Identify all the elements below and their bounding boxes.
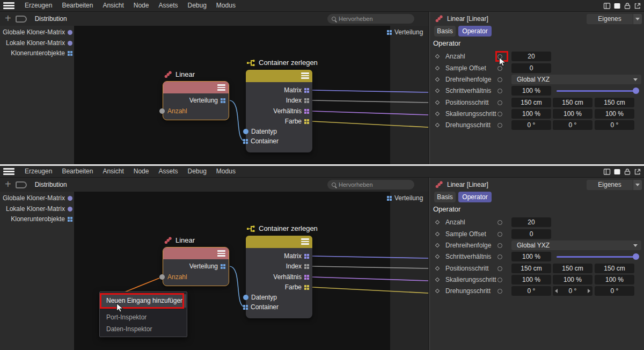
port-anzahl-in[interactable]: Anzahl	[159, 106, 187, 116]
preset-dropdown-button[interactable]	[633, 14, 642, 24]
port-connect-button[interactable]	[497, 100, 502, 105]
tab-operator[interactable]: Operator	[458, 26, 492, 37]
port-index-out[interactable]: Index	[286, 261, 309, 271]
spinner-left-icon[interactable]	[555, 289, 558, 293]
container-node-header[interactable]	[246, 236, 312, 248]
sample-offset-field[interactable]: 0	[511, 63, 551, 73]
port-connect-button[interactable]	[497, 220, 502, 225]
preset-dropdown-button[interactable]	[633, 180, 642, 190]
skalierungsschritt-x-field[interactable]: 100 %	[511, 109, 551, 119]
port-verhaeltnis-out[interactable]: Verhältnis	[273, 106, 309, 116]
preset-dropdown[interactable]: Eigenes	[587, 180, 633, 190]
node-graph[interactable]: Globale Kloner-Matrix Lokale Kloner-Matr…	[0, 26, 429, 164]
skalierungsschritt-z-field[interactable]: 100 %	[595, 109, 634, 119]
add-node-button[interactable]: +	[5, 178, 11, 191]
port-container-in[interactable]: Container	[243, 136, 279, 146]
skalierungsschritt-x-field[interactable]: 100 %	[511, 275, 551, 285]
node-menu-icon[interactable]	[217, 84, 225, 91]
anzahl-field[interactable]: 20	[511, 52, 551, 61]
node-menu-icon[interactable]	[301, 72, 309, 79]
split-view-icon[interactable]	[603, 168, 611, 176]
menu-item-modus[interactable]: Modus	[211, 166, 240, 177]
slider-track[interactable]	[557, 90, 638, 92]
port-datentyp-in[interactable]: Datentyp	[243, 127, 277, 136]
container-zerlegen-node[interactable]: Container zerlegen Matrix Index Verhältn…	[246, 70, 312, 152]
port-verteilung-out[interactable]: Verteilung	[189, 261, 225, 271]
port-connect-button[interactable]	[497, 278, 502, 282]
split-view-icon[interactable]	[603, 2, 611, 10]
positionsschritt-y-field[interactable]: 150 cm	[553, 264, 592, 273]
tab-basis[interactable]: Basis	[434, 192, 456, 202]
search-input[interactable]	[338, 15, 402, 23]
container-zerlegen-node[interactable]: Container zerlegen Matrix Index Verhältn…	[246, 236, 312, 318]
menu-item-node[interactable]: Node	[129, 0, 154, 11]
positionsschritt-x-field[interactable]: 150 cm	[511, 98, 551, 107]
menu-item-port-inspektor[interactable]: Port-Inspektor	[100, 311, 186, 323]
port-anzahl-in[interactable]: Anzahl	[159, 272, 187, 282]
port-connect-button[interactable]	[497, 266, 502, 271]
drehungsschritt-y-field[interactable]: 0 °	[553, 286, 592, 296]
tab-operator[interactable]: Operator	[458, 192, 492, 202]
menu-item-debug[interactable]: Debug	[182, 0, 211, 11]
drehreihenfolge-dropdown[interactable]: Global YXZ	[511, 75, 641, 84]
port-connect-button[interactable]	[497, 289, 502, 294]
menu-item-daten-inspektor[interactable]: Daten-Inspektor	[100, 323, 186, 335]
popout-icon[interactable]	[634, 2, 641, 10]
positionsschritt-z-field[interactable]: 150 cm	[595, 264, 634, 273]
port-connect-button[interactable]	[497, 232, 502, 237]
menu-item-bearbeiten[interactable]: Bearbeiten	[57, 166, 98, 177]
positionsschritt-y-field[interactable]: 150 cm	[553, 98, 592, 107]
port-connect-button[interactable]	[497, 77, 502, 82]
search-box[interactable]	[327, 14, 414, 24]
port-index-out[interactable]: Index	[286, 96, 309, 105]
port-connect-button[interactable]	[497, 123, 502, 128]
port-connect-button[interactable]	[497, 112, 502, 116]
port-farbe-out[interactable]: Farbe	[285, 282, 309, 292]
slider-track[interactable]	[557, 256, 638, 258]
drehungsschritt-x-field[interactable]: 0 °	[511, 286, 551, 296]
node-menu-icon[interactable]	[301, 238, 309, 245]
node-graph[interactable]: Globale Kloner-Matrix Lokale Kloner-Matr…	[0, 192, 429, 350]
slider-knob[interactable]	[633, 253, 639, 260]
menu-item-erzeugen[interactable]: Erzeugen	[20, 166, 57, 177]
port-connect-button[interactable]	[497, 89, 502, 93]
drehungsschritt-x-field[interactable]: 0 °	[511, 120, 551, 130]
schrittverhaeltnis-field[interactable]: 100 %	[511, 86, 551, 96]
positionsschritt-x-field[interactable]: 150 cm	[511, 264, 551, 273]
menu-item-node[interactable]: Node	[129, 166, 154, 177]
menu-item-debug[interactable]: Debug	[182, 166, 211, 177]
positionsschritt-z-field[interactable]: 150 cm	[595, 98, 634, 107]
port-datentyp-in[interactable]: Datentyp	[243, 293, 277, 302]
port-farbe-out[interactable]: Farbe	[285, 116, 309, 126]
menu-item-assets[interactable]: Assets	[153, 0, 182, 11]
menu-item-neuen-eingang-hinzufuegen[interactable]: Neuen Eingang hinzufügen	[100, 294, 186, 308]
skalierungsschritt-z-field[interactable]: 100 %	[595, 275, 634, 285]
port-connect-button[interactable]	[497, 54, 502, 59]
schrittverhaeltnis-field[interactable]: 100 %	[511, 252, 551, 261]
slider-knob[interactable]	[633, 88, 639, 94]
group-tag-icon[interactable]	[16, 181, 27, 188]
drehungsschritt-y-field[interactable]: 0 °	[553, 120, 592, 130]
linear-node[interactable]: Linear Verteilung Anzahl	[163, 81, 229, 120]
linear-node[interactable]: Linear Verteilung Anzahl	[163, 247, 229, 286]
single-view-icon[interactable]	[613, 2, 621, 10]
anzahl-field[interactable]: 20	[511, 217, 551, 227]
search-input[interactable]	[338, 181, 402, 188]
menu-item-ansicht[interactable]: Ansicht	[98, 0, 128, 11]
add-node-button[interactable]: +	[5, 12, 11, 25]
sample-offset-field[interactable]: 0	[511, 229, 551, 239]
port-verhaeltnis-out[interactable]: Verhältnis	[273, 272, 309, 282]
port-matrix-out[interactable]: Matrix	[284, 251, 309, 261]
port-connect-button[interactable]	[497, 254, 502, 259]
preset-dropdown[interactable]: Eigenes	[587, 14, 633, 24]
node-menu-icon[interactable]	[217, 250, 225, 257]
hamburger-menu-icon[interactable]	[3, 168, 14, 175]
port-matrix-out[interactable]: Matrix	[284, 85, 309, 95]
port-connect-button[interactable]	[497, 66, 502, 71]
drehungsschritt-z-field[interactable]: 0 °	[595, 286, 634, 296]
hamburger-menu-icon[interactable]	[3, 2, 14, 9]
port-connect-button[interactable]	[497, 243, 502, 248]
menu-item-bearbeiten[interactable]: Bearbeiten	[57, 0, 98, 11]
linear-node-header[interactable]	[163, 247, 229, 259]
skalierungsschritt-y-field[interactable]: 100 %	[553, 109, 592, 119]
